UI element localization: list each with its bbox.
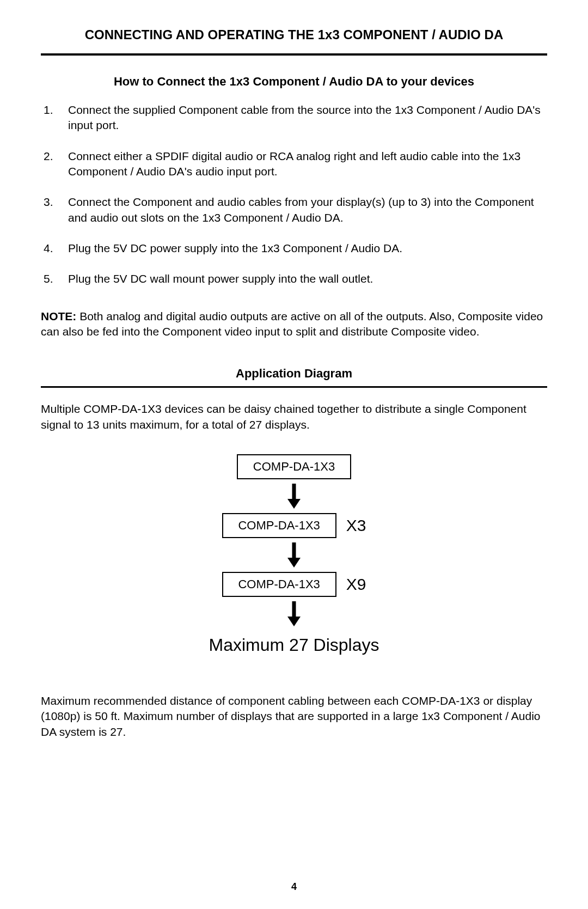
note-paragraph: NOTE: Both analog and digital audio outp… bbox=[41, 309, 547, 340]
diagram-multiplier: X3 bbox=[346, 516, 366, 535]
heading-rule bbox=[41, 53, 547, 56]
svg-marker-3 bbox=[287, 558, 301, 568]
arrow-down-icon bbox=[287, 600, 301, 627]
arrow-down-icon bbox=[287, 483, 301, 510]
page-heading: CONNECTING AND OPERATING THE 1x3 COMPONE… bbox=[41, 27, 547, 42]
footer-paragraph: Maximum recommended distance of componen… bbox=[41, 693, 547, 740]
page-number: 4 bbox=[0, 881, 588, 893]
note-body: Both analog and digital audio outputs ar… bbox=[41, 310, 543, 338]
arrow-down-icon bbox=[287, 541, 301, 569]
diagram-multiplier: X9 bbox=[346, 575, 366, 594]
diagram-row-3: COMP-DA-1X3 X9 bbox=[222, 572, 366, 597]
diagram-box: COMP-DA-1X3 bbox=[237, 454, 351, 479]
how-to-connect-heading: How to Connect the 1x3 Component / Audio… bbox=[41, 75, 547, 89]
step-item: Plug the 5V DC wall mount power supply i… bbox=[65, 271, 547, 286]
svg-marker-5 bbox=[287, 617, 301, 626]
svg-marker-1 bbox=[287, 499, 301, 509]
diagram-row-2: COMP-DA-1X3 X3 bbox=[222, 513, 366, 538]
diagram-row-1: COMP-DA-1X3 bbox=[237, 454, 351, 479]
diagram-description: Multiple COMP-DA-1X3 devices can be dais… bbox=[41, 401, 547, 432]
application-diagram-heading: Application Diagram bbox=[41, 367, 547, 381]
diagram-box: COMP-DA-1X3 bbox=[222, 513, 336, 538]
step-item: Connect either a SPDIF digital audio or … bbox=[65, 149, 547, 180]
step-item: Connect the supplied Component cable fro… bbox=[65, 102, 547, 133]
step-item: Connect the Component and audio cables f… bbox=[65, 194, 547, 225]
section-rule bbox=[41, 386, 547, 388]
note-label: NOTE: bbox=[41, 310, 79, 322]
diagram-result: Maximum 27 Displays bbox=[209, 635, 379, 655]
diagram-box: COMP-DA-1X3 bbox=[222, 572, 336, 597]
step-item: Plug the 5V DC power supply into the 1x3… bbox=[65, 241, 547, 256]
steps-list: Connect the supplied Component cable fro… bbox=[41, 102, 547, 287]
application-diagram: COMP-DA-1X3 COMP-DA-1X3 X3 COMP-DA-1X3 X… bbox=[41, 454, 547, 655]
